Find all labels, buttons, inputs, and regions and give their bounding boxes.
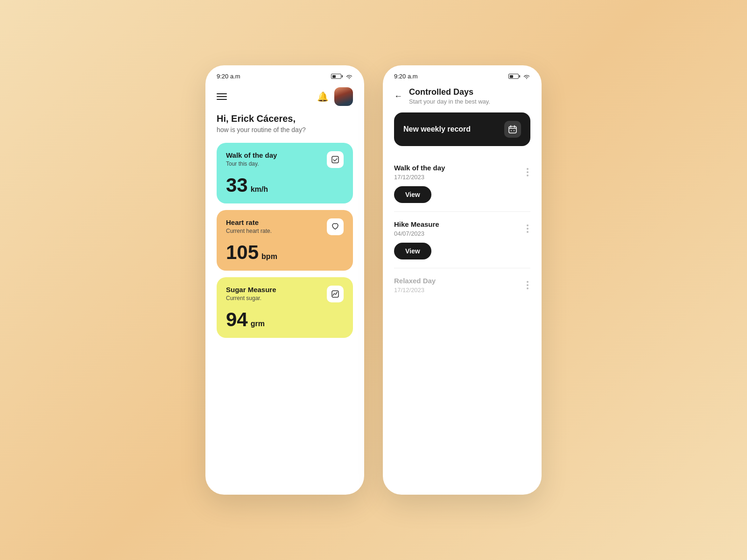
status-bar-left: 9:20 a.m bbox=[205, 65, 364, 84]
left-phone: 9:20 a.m 🔔 bbox=[205, 65, 364, 495]
record-hike-title: Hike Measure bbox=[394, 220, 439, 228]
sugar-card-value: 94 grm bbox=[226, 310, 344, 329]
record-hike-header: Hike Measure 04/07/2023 bbox=[394, 220, 530, 237]
record-relaxed-header: Relaxed Day 17/12/2023 bbox=[394, 277, 530, 294]
weekly-record-text: New weekly record bbox=[403, 125, 471, 133]
svg-point-6 bbox=[511, 130, 512, 131]
record-hike-date: 04/07/2023 bbox=[394, 230, 439, 237]
walk-card-value: 33 km/h bbox=[226, 175, 344, 195]
top-nav: 🔔 bbox=[217, 84, 353, 113]
record-relaxed: Relaxed Day 17/12/2023 bbox=[394, 270, 530, 300]
divider-2 bbox=[394, 268, 530, 268]
menu-button[interactable] bbox=[217, 93, 227, 100]
sugar-card-header: Sugar Measure Current sugar. bbox=[226, 286, 344, 302]
heart-card-header: Heart rate Current heart rate. bbox=[226, 218, 344, 235]
avatar[interactable] bbox=[334, 87, 353, 106]
time-left: 9:20 a.m bbox=[217, 73, 240, 80]
record-walk-date: 17/12/2023 bbox=[394, 174, 445, 181]
record-walk-title: Walk of the day bbox=[394, 164, 445, 172]
divider-1 bbox=[394, 211, 530, 212]
time-right: 9:20 a.m bbox=[394, 73, 418, 80]
sugar-card-icon bbox=[327, 286, 344, 302]
page-title: Controlled Days bbox=[409, 87, 490, 97]
record-walk-header: Walk of the day 17/12/2023 bbox=[394, 164, 530, 181]
notification-bell-icon[interactable]: 🔔 bbox=[317, 91, 329, 102]
svg-rect-2 bbox=[509, 126, 516, 133]
heart-card-icon bbox=[327, 218, 344, 235]
sugar-number: 94 bbox=[226, 310, 248, 329]
relaxed-more-button[interactable] bbox=[525, 279, 530, 291]
battery-icon-left bbox=[331, 74, 343, 79]
calendar-icon bbox=[504, 121, 521, 138]
heart-card-value: 105 bpm bbox=[226, 243, 344, 262]
record-relaxed-date: 17/12/2023 bbox=[394, 287, 436, 294]
svg-point-7 bbox=[514, 130, 514, 131]
hike-more-button[interactable] bbox=[525, 223, 530, 235]
status-bar-right: 9:20 a.m bbox=[383, 65, 542, 84]
walk-number: 33 bbox=[226, 175, 248, 195]
back-button[interactable]: ← bbox=[394, 91, 402, 101]
left-phone-content: 🔔 Hi, Erick Cáceres, how is your routine… bbox=[205, 84, 364, 356]
greeting-name: Hi, Erick Cáceres, bbox=[217, 113, 353, 124]
heart-card[interactable]: Heart rate Current heart rate. 105 bpm bbox=[217, 210, 353, 271]
wifi-icon-left bbox=[345, 74, 353, 79]
wifi-icon-right bbox=[523, 74, 530, 79]
walk-more-button[interactable] bbox=[525, 166, 530, 178]
status-icons-right bbox=[508, 74, 530, 79]
heart-card-subtitle: Current heart rate. bbox=[226, 228, 272, 234]
svg-rect-0 bbox=[332, 156, 338, 163]
heart-unit: bpm bbox=[261, 252, 277, 261]
walk-card-header: Walk of the day Tour this day. bbox=[226, 151, 344, 168]
sugar-unit: grm bbox=[251, 320, 265, 328]
greeting: Hi, Erick Cáceres, how is your routine o… bbox=[217, 113, 353, 133]
sugar-card-subtitle: Current sugar. bbox=[226, 295, 276, 301]
walk-card-icon bbox=[327, 151, 344, 168]
battery-icon-right bbox=[508, 74, 520, 79]
heart-card-title: Heart rate bbox=[226, 218, 272, 226]
record-relaxed-title: Relaxed Day bbox=[394, 277, 436, 285]
heart-number: 105 bbox=[226, 243, 259, 262]
status-icons-left bbox=[331, 74, 353, 79]
walk-view-button[interactable]: View bbox=[394, 186, 431, 203]
walk-card[interactable]: Walk of the day Tour this day. 33 km/h bbox=[217, 143, 353, 203]
right-phone: 9:20 a.m ← Controlled Days Start your da… bbox=[383, 65, 542, 495]
sugar-card-title: Sugar Measure bbox=[226, 286, 276, 294]
walk-card-title: Walk of the day bbox=[226, 151, 277, 159]
walk-unit: km/h bbox=[251, 185, 268, 194]
hike-view-button[interactable]: View bbox=[394, 243, 431, 259]
record-walk: Walk of the day 17/12/2023 View bbox=[394, 157, 530, 210]
walk-card-subtitle: Tour this day. bbox=[226, 161, 277, 167]
right-phone-content: ← Controlled Days Start your day in the … bbox=[383, 84, 542, 311]
page-subtitle: Start your day in the best way. bbox=[409, 98, 490, 105]
record-hike: Hike Measure 04/07/2023 View bbox=[394, 214, 530, 266]
weekly-record-banner[interactable]: New weekly record bbox=[394, 112, 530, 146]
greeting-sub: how is your routine of the day? bbox=[217, 126, 353, 133]
nav-right: 🔔 bbox=[317, 87, 353, 106]
page-title-block: Controlled Days Start your day in the be… bbox=[409, 87, 490, 105]
page-header: ← Controlled Days Start your day in the … bbox=[394, 84, 530, 112]
sugar-card[interactable]: Sugar Measure Current sugar. 94 grm bbox=[217, 277, 353, 338]
